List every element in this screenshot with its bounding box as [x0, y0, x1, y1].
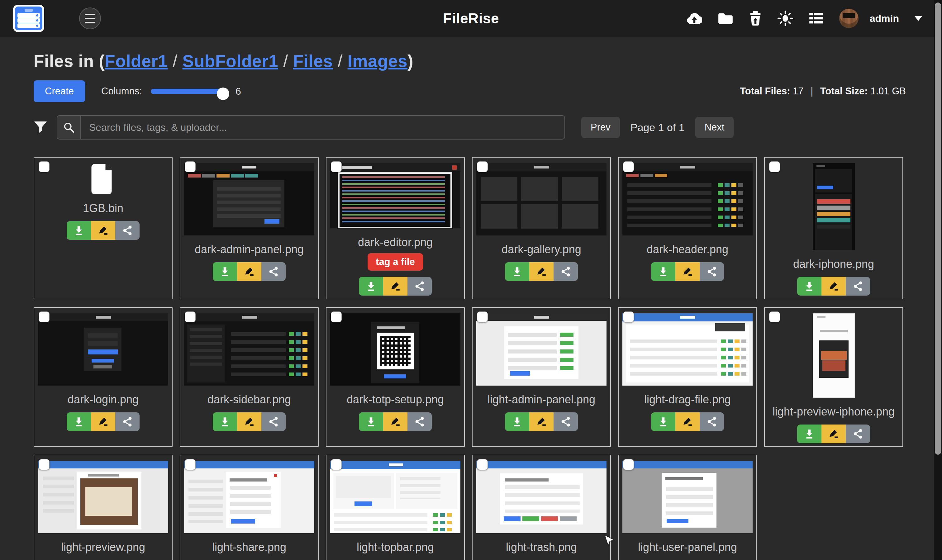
share-button[interactable]: [554, 412, 578, 431]
list-view-icon[interactable]: [809, 12, 823, 25]
file-checkbox[interactable]: [477, 162, 488, 172]
file-card: light-topbar.png: [326, 455, 465, 560]
download-button[interactable]: [505, 412, 529, 431]
file-thumbnail[interactable]: [38, 461, 168, 533]
share-button[interactable]: [408, 412, 432, 431]
edit-button[interactable]: [237, 412, 262, 431]
cloud-upload-icon[interactable]: [686, 12, 702, 25]
share-button[interactable]: [115, 412, 140, 431]
download-button[interactable]: [359, 277, 383, 295]
prev-page-button[interactable]: Prev: [581, 117, 620, 138]
edit-button[interactable]: [529, 412, 554, 431]
share-button[interactable]: [700, 412, 724, 431]
brightness-icon[interactable]: [777, 11, 793, 26]
file-checkbox[interactable]: [623, 459, 634, 470]
edit-button[interactable]: [383, 277, 408, 295]
file-checkbox[interactable]: [185, 459, 195, 470]
file-thumbnail[interactable]: [476, 461, 606, 533]
search-input[interactable]: [80, 115, 565, 140]
file-thumbnail[interactable]: [476, 163, 606, 235]
breadcrumb-link-images[interactable]: Images: [348, 51, 408, 71]
edit-icon: [244, 266, 254, 277]
breadcrumb-link-subfolder1[interactable]: SubFolder1: [183, 51, 279, 71]
download-button[interactable]: [651, 262, 675, 281]
create-button[interactable]: Create: [34, 80, 85, 102]
share-button[interactable]: [262, 262, 286, 281]
share-button[interactable]: [846, 277, 870, 295]
download-button[interactable]: [651, 412, 675, 431]
slider-thumb[interactable]: [217, 88, 229, 100]
caret-down-icon[interactable]: [914, 16, 922, 21]
file-checkbox[interactable]: [769, 311, 780, 322]
file-checkbox[interactable]: [38, 162, 49, 172]
file-checkbox[interactable]: [331, 311, 342, 322]
download-button[interactable]: [67, 221, 91, 240]
file-checkbox[interactable]: [477, 459, 488, 470]
file-thumbnail[interactable]: [622, 163, 753, 235]
filerise-logo[interactable]: [13, 5, 44, 32]
file-thumbnail[interactable]: [622, 313, 753, 386]
share-button[interactable]: [554, 262, 578, 281]
breadcrumb-link-files[interactable]: Files: [293, 51, 333, 71]
file-checkbox[interactable]: [185, 311, 195, 322]
menu-button[interactable]: [79, 8, 101, 29]
file-checkbox[interactable]: [185, 162, 195, 172]
columns-slider[interactable]: [151, 89, 228, 94]
edit-button[interactable]: [675, 262, 700, 281]
file-actions: [505, 262, 578, 281]
file-thumbnail[interactable]: [330, 163, 460, 228]
file-checkbox[interactable]: [38, 459, 49, 470]
file-name: light-share.png: [212, 541, 286, 554]
file-thumbnail[interactable]: [476, 313, 606, 386]
file-name: dark-login.png: [68, 393, 139, 406]
file-card: dark-header.png: [618, 157, 757, 299]
file-thumbnail[interactable]: [813, 163, 855, 250]
user-name[interactable]: admin: [870, 13, 899, 24]
file-checkbox[interactable]: [331, 162, 342, 172]
download-button[interactable]: [213, 412, 237, 431]
next-page-button[interactable]: Next: [695, 117, 734, 138]
file-checkbox[interactable]: [38, 311, 49, 322]
share-button[interactable]: [700, 262, 724, 281]
download-button[interactable]: [505, 262, 529, 281]
edit-button[interactable]: [822, 277, 846, 295]
breadcrumb-link-folder1[interactable]: Folder1: [105, 51, 168, 71]
edit-button[interactable]: [237, 262, 262, 281]
share-button[interactable]: [262, 412, 286, 431]
edit-button[interactable]: [91, 412, 115, 431]
file-thumbnail[interactable]: [184, 461, 314, 533]
edit-button[interactable]: [822, 425, 846, 443]
file-thumbnail[interactable]: [184, 313, 314, 386]
file-thumbnail[interactable]: [330, 313, 460, 386]
file-thumbnail[interactable]: [330, 461, 460, 533]
share-button[interactable]: [846, 425, 870, 443]
file-thumbnail[interactable]: [622, 461, 753, 533]
file-thumbnail[interactable]: [813, 313, 855, 398]
file-checkbox[interactable]: [769, 162, 780, 172]
file-thumbnail[interactable]: [184, 163, 314, 235]
user-avatar[interactable]: [839, 9, 859, 28]
edit-button[interactable]: [529, 262, 554, 281]
scrollbar-thumb[interactable]: [935, 3, 941, 455]
edit-button[interactable]: [383, 412, 408, 431]
file-checkbox[interactable]: [623, 162, 634, 172]
file-checkbox[interactable]: [331, 459, 342, 470]
edit-button[interactable]: [675, 412, 700, 431]
download-button[interactable]: [797, 425, 822, 443]
share-button[interactable]: [408, 277, 432, 295]
edit-button[interactable]: [91, 221, 115, 240]
file-checkbox[interactable]: [477, 311, 488, 322]
download-button[interactable]: [797, 277, 822, 295]
share-icon: [414, 417, 425, 427]
share-button[interactable]: [115, 221, 140, 240]
file-thumbnail[interactable]: [38, 313, 168, 386]
file-checkbox[interactable]: [623, 311, 634, 322]
download-button[interactable]: [67, 412, 91, 431]
download-button[interactable]: [213, 262, 237, 281]
search-icon[interactable]: [57, 115, 80, 140]
folder-icon[interactable]: [718, 12, 733, 25]
download-icon: [658, 266, 668, 277]
trash-restore-icon[interactable]: [749, 11, 762, 26]
filter-icon[interactable]: [34, 121, 47, 134]
download-button[interactable]: [359, 412, 383, 431]
